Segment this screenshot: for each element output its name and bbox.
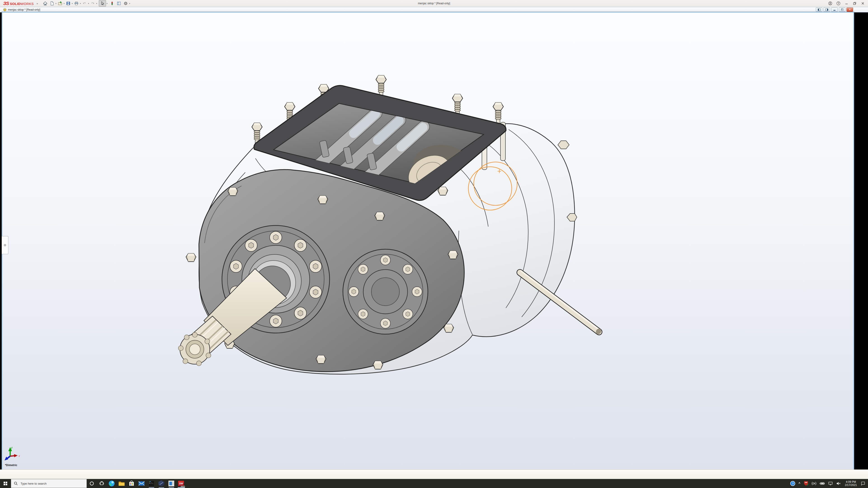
taskbar-app-command-prompt[interactable]: C:\_ <box>147 479 156 488</box>
open-button[interactable] <box>57 0 63 6</box>
svg-text:?: ? <box>838 2 839 5</box>
feature-manager-collapsed-tab[interactable] <box>2 236 8 254</box>
tray-clock[interactable]: 4:09 PM 2/17/2021 <box>843 480 859 487</box>
taskbar-app-mail[interactable] <box>136 479 147 488</box>
close-icon <box>861 2 865 5</box>
taskbar-app-edge[interactable] <box>107 479 117 488</box>
windows-logo-icon <box>4 482 7 485</box>
task-view-icon <box>99 481 104 486</box>
output-cover-flange[interactable] <box>343 249 428 334</box>
camera-icon <box>812 481 816 486</box>
minimize-button[interactable] <box>843 0 850 6</box>
document-window-controls: ✕ <box>816 7 853 12</box>
doc-restore-button[interactable] <box>839 7 845 12</box>
taskbar-app-store[interactable] <box>127 479 136 488</box>
network-icon <box>828 482 833 486</box>
save-button[interactable] <box>65 0 71 6</box>
solidworks-2021-icon: SW 2021 <box>178 480 185 487</box>
tray-help-icon: ? <box>790 481 795 486</box>
doc-minimize-button[interactable] <box>831 7 838 12</box>
search-icon <box>14 482 18 486</box>
print-icon <box>74 1 79 6</box>
tray-battery[interactable] <box>818 479 827 488</box>
taskbar-app-file-explorer[interactable] <box>117 479 127 488</box>
undo-dropdown[interactable]: ▾ <box>88 2 90 4</box>
mail-icon <box>138 481 145 486</box>
speaker-muted-icon <box>836 482 841 486</box>
start-button[interactable] <box>0 479 11 488</box>
open-dropdown[interactable]: ▾ <box>63 2 65 4</box>
new-document-dropdown[interactable]: ▾ <box>55 2 57 4</box>
help-button[interactable]: ? <box>835 0 842 6</box>
graphics-viewport[interactable]: y x <box>2 12 854 470</box>
panel-handle-icon <box>4 244 6 246</box>
orientation-triad[interactable]: y x <box>4 446 20 460</box>
close-button[interactable] <box>860 0 866 6</box>
redo-button[interactable] <box>90 0 96 6</box>
undo-button[interactable] <box>82 0 88 6</box>
triad-y-label: y <box>11 446 13 449</box>
account-button[interactable] <box>827 0 834 6</box>
photos-app-icon <box>168 481 174 486</box>
system-tray: ? ^ SW ✓ <box>789 479 868 488</box>
main-titlebar: ЗS SOLID WORKS ▸ ▾ ▾ <box>0 0 868 7</box>
taskbar-app-hexagon-tool[interactable] <box>156 479 166 488</box>
select-tool-dropdown[interactable]: ▾ <box>106 2 108 4</box>
task-view-button[interactable] <box>97 479 107 488</box>
doc-pane-left-button[interactable] <box>816 7 822 12</box>
logo-mark: ЗS <box>3 1 9 6</box>
store-icon <box>129 481 134 486</box>
undo-icon <box>82 1 87 6</box>
home-button[interactable] <box>42 0 48 6</box>
view-orientation-label: *Dimetric <box>5 464 18 467</box>
doc-restore-icon <box>841 8 843 11</box>
file-explorer-icon <box>119 481 125 486</box>
doc-minimize-icon <box>833 10 835 11</box>
action-center-button[interactable] <box>859 479 868 488</box>
tray-network[interactable] <box>827 479 835 488</box>
minimize-icon <box>845 2 848 5</box>
tray-meet-now[interactable] <box>810 479 818 488</box>
clock-time: 4:09 PM <box>845 480 857 484</box>
tray-show-hidden-icons[interactable]: ^ <box>797 479 802 488</box>
hexagon-app-icon <box>158 480 164 487</box>
menu-expand-arrow[interactable]: ▸ <box>37 2 38 5</box>
doc-pane-right-button[interactable] <box>824 7 830 12</box>
battery-icon <box>819 482 825 485</box>
restore-button[interactable] <box>851 0 858 6</box>
select-tool-button[interactable] <box>99 0 106 6</box>
account-icon <box>828 1 832 5</box>
tray-volume-muted[interactable] <box>835 479 843 488</box>
cortana-button[interactable] <box>87 479 97 488</box>
taskbar-app-solidworks[interactable]: SW 2021 <box>176 479 186 488</box>
print-dropdown[interactable]: ▾ <box>79 2 82 4</box>
taskbar-search[interactable] <box>11 479 87 488</box>
gearbox-model[interactable]: y x <box>4 75 602 460</box>
new-document-button[interactable] <box>49 0 55 6</box>
restore-icon <box>853 2 857 5</box>
quick-access-toolbar: ▾ ▾ ▾ ▾ <box>42 0 131 7</box>
tray-help-button[interactable]: ? <box>789 479 797 488</box>
display-pane-icon <box>117 1 121 6</box>
gear-icon <box>123 1 128 6</box>
select-cursor-icon <box>100 1 105 6</box>
doc-close-icon: ✕ <box>849 8 851 11</box>
options-dropdown[interactable]: ▾ <box>129 2 131 4</box>
edge-icon <box>109 481 115 486</box>
tray-solidworks-agent[interactable]: SW ✓ <box>802 479 810 488</box>
gearbox-model-canvas[interactable]: y x <box>2 13 852 468</box>
doc-close-button[interactable]: ✕ <box>846 7 853 12</box>
green-check-icon: ✓ <box>807 483 809 486</box>
taskbar: C:\_ SW 2021 ? ^ SW ✓ <box>0 479 868 488</box>
redo-dropdown[interactable]: ▾ <box>96 2 98 4</box>
triad-x-label: x <box>18 454 20 457</box>
display-pane-button[interactable] <box>116 0 122 6</box>
print-button[interactable] <box>73 0 79 6</box>
rebuild-button[interactable] <box>109 0 115 6</box>
options-button[interactable] <box>123 0 129 6</box>
search-input[interactable] <box>20 482 78 486</box>
help-icon: ? <box>836 1 840 5</box>
taskbar-app-photos[interactable] <box>166 479 176 488</box>
redo-icon <box>90 1 95 6</box>
save-dropdown[interactable]: ▾ <box>71 2 73 4</box>
